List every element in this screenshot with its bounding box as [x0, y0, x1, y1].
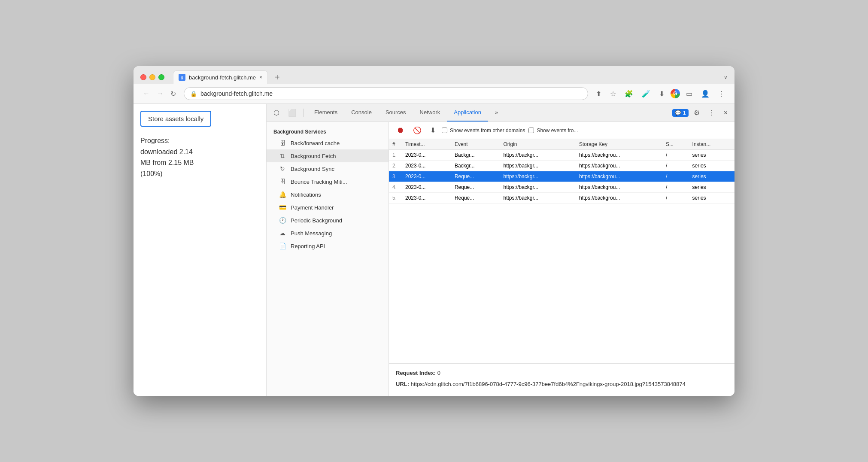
- sidebar-item-reporting-api[interactable]: 📄 Reporting API: [267, 240, 388, 252]
- devtools-main: ⏺ 🚫 ⬇ Show events from other domains Sho…: [389, 122, 734, 396]
- show-other-domains-checkbox[interactable]: Show events from other domains: [442, 128, 525, 134]
- lock-icon: 🔒: [190, 91, 197, 97]
- cell-event: Reque...: [451, 182, 500, 193]
- sidebar-item-push-messaging[interactable]: ☁ Push Messaging: [267, 227, 388, 240]
- record-button[interactable]: ⏺: [394, 125, 407, 136]
- progress-line3: MB from 2.15 MB: [140, 157, 259, 168]
- sidebar-section-title: Background Services: [267, 125, 388, 137]
- cell-timestamp: 2023-0...: [402, 150, 451, 161]
- menu-icon[interactable]: ⋮: [716, 88, 728, 100]
- table-row[interactable]: 4. 2023-0... Reque... https://backgr... …: [389, 182, 734, 193]
- background-fetch-icon: ⇅: [279, 152, 286, 160]
- inspect-element-button[interactable]: ⬡: [270, 107, 283, 119]
- cell-timestamp: 2023-0...: [402, 182, 451, 193]
- cell-num: 4.: [389, 182, 402, 193]
- table-row[interactable]: 1. 2023-0... Backgr... https://backgr...…: [389, 150, 734, 161]
- tab-elements[interactable]: Elements: [307, 104, 344, 122]
- sidebar-item-label: Push Messaging: [291, 230, 332, 237]
- title-bar: g background-fetch.glitch.me × + ∨: [134, 66, 734, 84]
- sidebar-item-background-fetch[interactable]: ⇅ Background Fetch: [267, 149, 388, 162]
- device-toolbar-button[interactable]: ⬜: [285, 107, 300, 119]
- main-content: Store assets locally Progress: downloade…: [134, 104, 734, 396]
- forward-button[interactable]: →: [154, 88, 166, 99]
- tab-more[interactable]: »: [488, 104, 505, 122]
- tab-application[interactable]: Application: [447, 104, 488, 122]
- sidebar-item-label: Background Sync: [291, 166, 334, 172]
- cell-timestamp: 2023-0...: [402, 161, 451, 171]
- url-display: background-fetch.glitch.me: [200, 90, 273, 97]
- sidebar-item-label: Notifications: [291, 191, 321, 198]
- download-icon[interactable]: ⬇: [656, 88, 667, 100]
- refresh-button[interactable]: ↻: [168, 88, 179, 100]
- devtools-tabs: Elements Console Sources Network Applica…: [307, 104, 505, 122]
- download-log-button[interactable]: ⬇: [428, 125, 438, 136]
- cell-num: 5.: [389, 193, 402, 204]
- sidebar-item-background-sync[interactable]: ↻ Background Sync: [267, 162, 388, 175]
- cell-timestamp: 2023-0...: [402, 193, 451, 204]
- sidebar-item-label: Reporting API: [291, 243, 325, 249]
- store-assets-button[interactable]: Store assets locally: [140, 111, 211, 127]
- devtools-settings-button[interactable]: ⚙: [690, 107, 703, 119]
- bookmark-icon[interactable]: ☆: [607, 88, 619, 100]
- tab-sources[interactable]: Sources: [379, 104, 413, 122]
- profile-avatar-icon[interactable]: 👤: [698, 88, 712, 100]
- cell-storage-key: https://backgrou...: [576, 182, 662, 193]
- cell-origin: https://backgr...: [500, 161, 576, 171]
- table-row[interactable]: 2. 2023-0... Backgr... https://backgr...…: [389, 161, 734, 171]
- cell-instance: series: [689, 150, 734, 161]
- tab-close-button[interactable]: ×: [259, 74, 262, 80]
- col-origin: Origin: [500, 139, 576, 150]
- sidebar-item-periodic-background[interactable]: 🕐 Periodic Background: [267, 214, 388, 227]
- devtools-right-controls: 💬 1 ⚙ ⋮ ×: [672, 107, 731, 119]
- webpage-panel: Store assets locally Progress: downloade…: [134, 104, 267, 396]
- back-button[interactable]: ←: [140, 88, 152, 99]
- cell-event: Backgr...: [451, 161, 500, 171]
- progress-line2: downloaded 2.14: [140, 146, 259, 158]
- cell-origin: https://backgr...: [500, 193, 576, 204]
- table-row[interactable]: 5. 2023-0... Reque... https://backgr... …: [389, 193, 734, 204]
- devtools-more-button[interactable]: ⋮: [705, 107, 719, 119]
- cell-num: 2.: [389, 161, 402, 171]
- col-event: Event: [451, 139, 500, 150]
- cell-storage-key: https://backgrou...: [576, 150, 662, 161]
- sidebar-toggle-icon[interactable]: ▭: [683, 88, 695, 100]
- table-row[interactable]: 3. 2023-0... Reque... https://backgr... …: [389, 171, 734, 182]
- bounce-tracking-icon: 🗄: [279, 178, 286, 185]
- profile-icon[interactable]: 🧪: [639, 88, 653, 100]
- sidebar-item-notifications[interactable]: 🔔 Notifications: [267, 188, 388, 201]
- extensions-icon[interactable]: 🧩: [622, 88, 636, 100]
- sidebar-item-back-forward-cache[interactable]: 🗄 Back/forward cache: [267, 137, 388, 149]
- sidebar-item-bounce-tracking[interactable]: 🗄 Bounce Tracking Miti...: [267, 175, 388, 188]
- new-tab-button[interactable]: +: [271, 73, 283, 82]
- close-button[interactable]: [140, 74, 146, 80]
- share-icon[interactable]: ⬆: [593, 88, 604, 100]
- address-input[interactable]: 🔒 background-fetch.glitch.me: [184, 87, 588, 100]
- browser-tab[interactable]: g background-fetch.glitch.me ×: [173, 70, 268, 84]
- url-label: URL:: [396, 381, 409, 387]
- cell-timestamp: 2023-0...: [402, 171, 451, 182]
- cell-origin: https://backgr...: [500, 182, 576, 193]
- cell-storage-key: https://backgrou...: [576, 193, 662, 204]
- clear-button[interactable]: 🚫: [410, 125, 424, 136]
- nav-buttons: ← → ↻: [140, 88, 179, 100]
- reporting-api-icon: 📄: [279, 242, 286, 250]
- other-domains-input[interactable]: [442, 128, 447, 133]
- show-events-checkbox[interactable]: Show events fro...: [528, 128, 578, 134]
- cell-event: Reque...: [451, 193, 500, 204]
- maximize-button[interactable]: [158, 74, 164, 80]
- sidebar-item-payment-handler[interactable]: 💳 Payment Handler: [267, 201, 388, 214]
- cell-instance: series: [689, 182, 734, 193]
- tab-network[interactable]: Network: [413, 104, 447, 122]
- google-icon[interactable]: G: [671, 89, 680, 98]
- events-input[interactable]: [528, 128, 534, 133]
- notification-badge[interactable]: 💬 1: [672, 109, 689, 117]
- minimize-button[interactable]: [149, 74, 155, 80]
- push-messaging-icon: ☁: [279, 229, 286, 237]
- tab-console[interactable]: Console: [344, 104, 379, 122]
- toolbar-separator: [303, 109, 304, 117]
- tab-title: background-fetch.glitch.me: [189, 74, 256, 81]
- cell-origin: https://backgr...: [500, 171, 576, 182]
- devtools-close-button[interactable]: ×: [720, 107, 731, 119]
- tab-dropdown-button[interactable]: ∨: [724, 74, 728, 80]
- cell-instance: series: [689, 161, 734, 171]
